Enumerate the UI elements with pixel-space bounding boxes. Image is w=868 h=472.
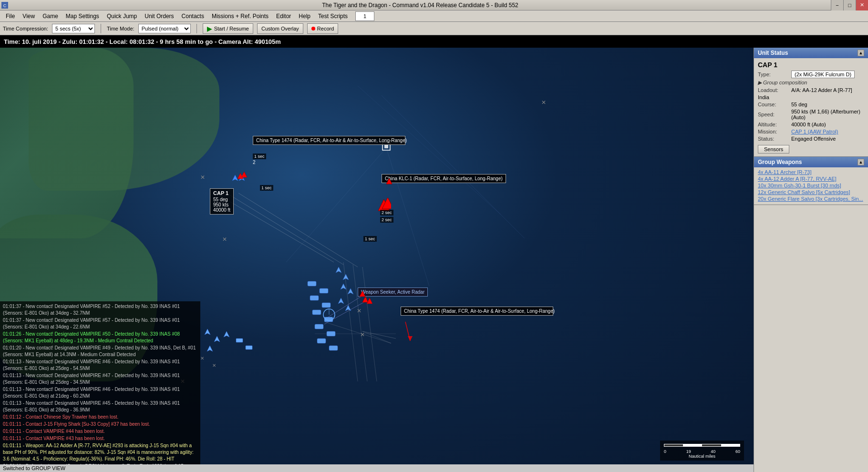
cap1-info-box[interactable]: CAP 1 55 deg 950 kts 40000 ft: [210, 188, 234, 215]
menu-file[interactable]: File: [2, 12, 19, 21]
time-ind-2: 1 sec: [260, 185, 273, 191]
menu-game[interactable]: Game: [39, 12, 62, 21]
log-entry-9: 01:01:11 - Contact J-15 Flying Shark [Su…: [3, 421, 197, 428]
speed-label: Speed:: [758, 112, 791, 117]
scale-unit-label: Nautical miles: [664, 454, 740, 459]
unit-status-section: Unit Status ▲ CAP 1 Type: (2x MiG-29K Fu…: [754, 48, 868, 157]
svg-text:✕: ✕: [212, 363, 216, 368]
type-label: Type:: [758, 72, 791, 77]
weapon-0[interactable]: 4x AA-11 Archer [R-73]: [758, 169, 864, 175]
loadout-value: A/A: AA-12 Adder A [R-77]: [791, 87, 852, 93]
log-entry-8: 01:01:12 - Contact Chinese Spy Trawler h…: [3, 414, 197, 421]
weapon-4[interactable]: 20x Generic Flare Salvo [3x Cartridges, …: [758, 196, 864, 202]
time-ind-1: 1 sec: [253, 154, 266, 159]
record-label: Record: [317, 26, 334, 31]
sensors-button[interactable]: Sensors: [758, 145, 789, 154]
enemy-unit-bottom[interactable]: [362, 296, 369, 305]
land-mass-top: [29, 48, 219, 191]
record-button[interactable]: Record: [307, 23, 338, 34]
menu-missions[interactable]: Missions + Ref. Points: [208, 12, 272, 21]
time-ind-3: 1 sec: [363, 236, 377, 242]
menu-contacts[interactable]: Contacts: [178, 12, 208, 21]
log-entry-7: 01:01:13 - New contact! Designated VAMPI…: [3, 400, 197, 413]
window-controls: − □ ✕: [831, 0, 868, 10]
radar-circle: [322, 308, 336, 323]
log-entry-1: 01:01:37 - New contact! Designated VAMPI…: [3, 317, 197, 330]
bottom-units[interactable]: ✕ ✕: [198, 324, 269, 383]
svg-line-14: [405, 322, 410, 341]
svg-line-10: [286, 148, 386, 262]
unit-status-header: Unit Status ▲: [754, 48, 868, 58]
friendly-aircraft-group[interactable]: [229, 169, 248, 190]
altitude-label: Altitude:: [758, 122, 791, 127]
cap1-course: 55 deg: [213, 197, 230, 202]
time-compression-select[interactable]: 5 secs (5x): [52, 24, 95, 33]
scale-0: 0: [664, 449, 666, 454]
side-row: India: [758, 94, 864, 100]
status-bar: Time: 10. juli 2019 - Zulu: 01:01:32 - L…: [0, 35, 868, 48]
scale-seg-4: [721, 444, 740, 447]
svg-marker-22: [386, 178, 392, 184]
log-entry-11: 01:01:11 - Contact VAMPIRE #43 has been …: [3, 435, 197, 442]
mission-value-link[interactable]: CAP 1 (AAW Patrol): [791, 129, 838, 134]
app-icon: C: [0, 0, 10, 10]
group-composition-link[interactable]: ▶ Group composition: [758, 80, 807, 86]
close-x-1[interactable]: ✕: [541, 99, 546, 106]
minimize-button[interactable]: −: [831, 0, 843, 10]
log-entry-6: 01:01:13 - New contact! Designated VAMPI…: [3, 386, 197, 400]
map-canvas: China Type 1474 (Radar, FCR, Air-to-Air …: [0, 48, 754, 472]
start-resume-button[interactable]: ▶ Start / Resume: [203, 23, 253, 34]
close-button[interactable]: ✕: [856, 0, 868, 10]
altitude-value: 40000 ft (Auto): [791, 122, 826, 127]
weapon-2[interactable]: 10x 30mm Gsh-30-1 Burst [30 rnds]: [758, 183, 864, 188]
right-panel: Unit Status ▲ CAP 1 Type: (2x MiG-29K Fu…: [754, 48, 868, 472]
window-title: The Tiger and the Dragon - Command v1.04…: [10, 2, 831, 9]
menu-unit-orders[interactable]: Unit Orders: [141, 12, 177, 21]
separator-2: [196, 24, 197, 33]
svg-marker-50: [224, 331, 229, 337]
group-weapons-header: Group Weapons ▲: [754, 157, 868, 167]
status-label: Status:: [758, 136, 791, 142]
weapon-1[interactable]: 4x AA-12 Adder A [R-77, RVV-AE]: [758, 176, 864, 182]
menu-help[interactable]: Help: [295, 12, 314, 21]
custom-overlay-label: Custom Overlay: [261, 26, 299, 31]
menu-quick-jump[interactable]: Quick Jump: [103, 12, 141, 21]
weapon-3[interactable]: 12x Generic Chaff Salvo [5x Cartridges]: [758, 189, 864, 195]
close-x-2[interactable]: ✕: [200, 174, 205, 181]
custom-overlay-button[interactable]: Custom Overlay: [257, 23, 303, 34]
scale-60: 60: [735, 449, 740, 454]
time-mode-select[interactable]: Pulsed (normal): [138, 24, 191, 33]
unit-status-collapse[interactable]: ▲: [858, 50, 864, 56]
scale-40: 40: [711, 449, 715, 454]
enemy-unit-1[interactable]: [385, 177, 393, 186]
tab-input[interactable]: 1: [355, 11, 374, 21]
cap1-speed: 950 kts: [213, 202, 230, 207]
separator-1: [101, 24, 101, 33]
friendly-cluster[interactable]: [305, 262, 401, 397]
log-entry-10: 01:01:11 - Contact VAMPIRE #44 has been …: [3, 428, 197, 435]
scale-seg-3: [702, 444, 721, 447]
titlebar: C The Tiger and the Dragon - Command v1.…: [0, 0, 868, 10]
type-value-button[interactable]: (2x MiG-29K Fulcrum D): [791, 71, 855, 78]
cap1-altitude: 40000 ft: [213, 207, 230, 213]
menu-test-scripts[interactable]: Test Scripts: [314, 12, 351, 21]
loadout-label: Loadout:: [758, 87, 791, 93]
menu-map-settings[interactable]: Map Settings: [62, 12, 103, 21]
group-comp-row: ▶ Group composition: [758, 80, 864, 86]
type-row: Type: (2x MiG-29K Fulcrum D): [758, 71, 864, 78]
toolbar: Time Compression: 5 secs (5x) Time Mode:…: [0, 22, 868, 35]
menu-editor[interactable]: Editor: [272, 12, 295, 21]
altitude-row: Altitude: 40000 ft (Auto): [758, 122, 864, 127]
menu-view[interactable]: View: [19, 12, 39, 21]
group-weapons-collapse[interactable]: ▲: [858, 159, 864, 165]
course-row: Course: 55 deg: [758, 102, 864, 107]
time-mode-label: Time Mode:: [107, 26, 134, 31]
tooltip-china-1474-bottom: China Type 1474 (Radar, FCR, Air-to-Air …: [401, 307, 553, 316]
svg-rect-37: [317, 339, 326, 343]
svg-rect-31: [310, 296, 319, 300]
svg-marker-23: [232, 175, 238, 181]
maximize-button[interactable]: □: [843, 0, 856, 10]
close-x-3[interactable]: ✕: [222, 236, 227, 243]
svg-text:C: C: [3, 3, 7, 8]
map-area[interactable]: China Type 1474 (Radar, FCR, Air-to-Air …: [0, 48, 754, 472]
